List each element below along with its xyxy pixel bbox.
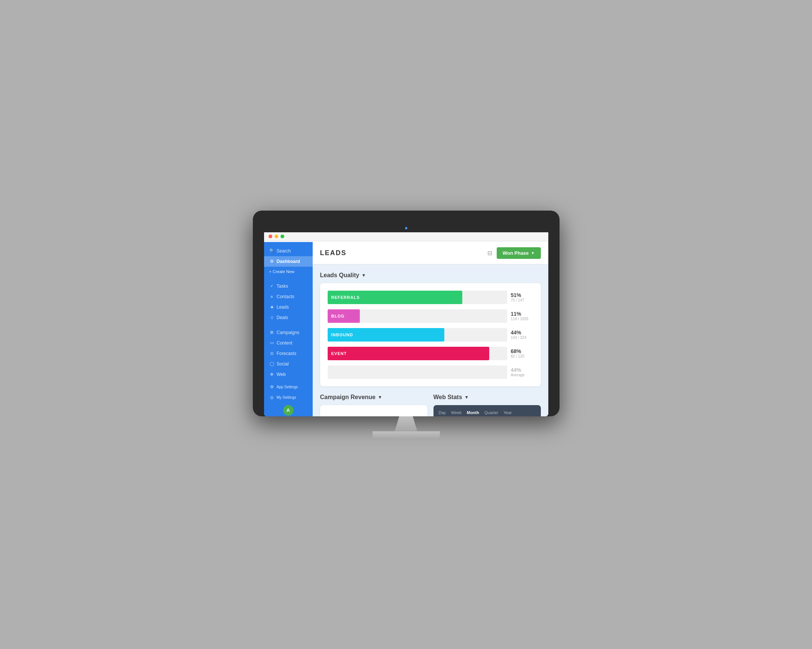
sidebar-item-create-new[interactable]: + Create New [264,267,313,276]
social-icon: ◯ [269,361,275,366]
tab-quarter[interactable]: Quarter [484,410,498,415]
bar-fill-referrals: REFERRALS [328,291,462,304]
campaign-revenue-section: Campaign Revenue ▼ £1. [320,394,427,416]
contacts-icon: ≡ [269,294,275,299]
sidebar-item-web[interactable]: ⊕ Web [264,369,313,380]
stand-base [372,431,440,439]
campaign-chevron[interactable]: ▼ [378,395,382,400]
header-right: ⊟ Won Phase ▼ [487,247,541,259]
close-btn[interactable] [269,235,272,238]
app-window: 🔍 Search ⊙ Dashboard + Create New [264,233,548,416]
bar-fill-inbound: INBOUND [328,328,444,342]
web-stats-chevron[interactable]: ▼ [464,395,469,400]
window-body: 🔍 Search ⊙ Dashboard + Create New [264,242,548,416]
bar-label-average: 44% Average [511,367,533,377]
sidebar-item-dashboard[interactable]: ⊙ Dashboard [264,256,313,267]
content-icon: ▭ [269,341,275,346]
sidebar-item-content[interactable]: ▭ Content [264,338,313,348]
bar-fill-blog: BLOG [328,309,360,323]
bar-row-average: 44% Average [328,365,533,379]
monitor-outer: 🔍 Search ⊙ Dashboard + Create New [253,211,560,416]
dashboard-icon: ⊙ [269,259,275,264]
sidebar-item-my-settings[interactable]: ◎ My Settings [264,392,313,403]
camera-dot [405,227,407,229]
sidebar-item-campaigns[interactable]: ⊞ Campaigns [264,327,313,338]
forecasts-icon: ◎ [269,351,275,356]
leads-quality-chevron[interactable]: ▼ [361,273,366,278]
web-icon: ⊕ [269,372,275,377]
bar-label-inbound: 44% 143 / 324 [511,330,533,340]
bar-fill-event: EVENT [328,347,489,360]
sidebar-item-app-settings[interactable]: ⚙ App Settings [264,382,313,392]
web-stats-section: Web Stats ▼ Day Week Month Quarte [433,394,541,416]
web-stats-title: Web Stats ▼ [433,394,541,401]
won-phase-button[interactable]: Won Phase ▼ [497,247,541,259]
bar-wrapper-event: EVENT [328,347,507,360]
bar-wrapper-inbound: INBOUND [328,328,507,342]
tab-year[interactable]: Year [504,410,512,415]
sidebar-item-search[interactable]: 🔍 Search [264,246,313,256]
web-stats-tabs: Day Week Month Quarter Year [439,410,536,415]
bar-row-inbound: INBOUND 44% 143 / 324 [328,328,533,342]
my-settings-icon: ◎ [269,395,275,400]
monitor-wrapper: 🔍 Search ⊙ Dashboard + Create New [253,211,560,439]
leads-icon: ◈ [269,304,275,310]
bar-label-event: 68% 82 / 120 [511,348,533,358]
chart-container: REFERRALS 51% 75 / 147 [328,291,533,379]
sidebar-item-forecasts[interactable]: ◎ Forecasts [264,348,313,359]
screen-dot-area [264,222,548,233]
bar-wrapper-blog: BLOG [328,309,507,323]
search-icon: 🔍 [269,248,275,253]
bar-bg-average [328,365,507,379]
leads-quality-card: REFERRALS 51% 75 / 147 [320,283,541,386]
sidebar-item-social[interactable]: ◯ Social [264,359,313,369]
campaign-revenue-title: Campaign Revenue ▼ [320,394,427,401]
sidebar: 🔍 Search ⊙ Dashboard + Create New [264,242,313,416]
bar-label-blog: 11% 114 / 1055 [511,311,533,321]
bar-row-referrals: REFERRALS 51% 75 / 147 [328,291,533,304]
sidebar-item-tasks[interactable]: ✓ Tasks [264,281,313,292]
bar-wrapper-referrals: REFERRALS [328,291,507,304]
campaigns-icon: ⊞ [269,330,275,335]
tasks-icon: ✓ [269,284,275,289]
leads-quality-section: Leads Quality ▼ [320,272,541,386]
bar-wrapper-average [328,365,507,379]
leads-quality-title: Leads Quality ▼ [320,272,541,279]
campaign-bars: £1.4K £0 £2.9K [328,412,420,416]
sidebar-item-contacts[interactable]: ≡ Contacts [264,292,313,302]
web-stats-card: Day Week Month Quarter Year [433,405,541,416]
bar-label-referrals: 51% 75 / 147 [511,292,533,302]
tab-month[interactable]: Month [467,410,479,415]
settings-gear-icon: ⚙ [269,385,275,390]
avatar[interactable]: A [283,405,294,415]
page-title: LEADS [320,249,347,257]
tab-week[interactable]: Week [451,410,461,415]
deals-icon: ◇ [269,315,275,320]
campaign-revenue-card: £1.4K £0 £2.9K [320,405,427,416]
minimize-btn[interactable] [275,235,278,238]
maximize-btn[interactable] [281,235,284,238]
chevron-down-icon: ▼ [531,251,535,255]
main-header: LEADS ⊟ Won Phase ▼ [313,242,548,264]
bar-row-blog: BLOG 11% 114 / 1055 [328,309,533,323]
monitor-stand [372,416,440,439]
stand-neck [395,416,417,431]
monitor-screen: 🔍 Search ⊙ Dashboard + Create New [264,222,548,416]
sidebar-item-leads[interactable]: ◈ Leads [264,302,313,312]
filter-icon[interactable]: ⊟ [487,249,492,257]
dashboard-body: Leads Quality ▼ [313,264,548,416]
tab-day[interactable]: Day [439,410,446,415]
bottom-sections: Campaign Revenue ▼ £1. [320,394,541,416]
sidebar-item-deals[interactable]: ◇ Deals [264,312,313,323]
main-content: LEADS ⊟ Won Phase ▼ [313,242,548,416]
bar-row-event: EVENT 68% 82 / 120 [328,347,533,360]
